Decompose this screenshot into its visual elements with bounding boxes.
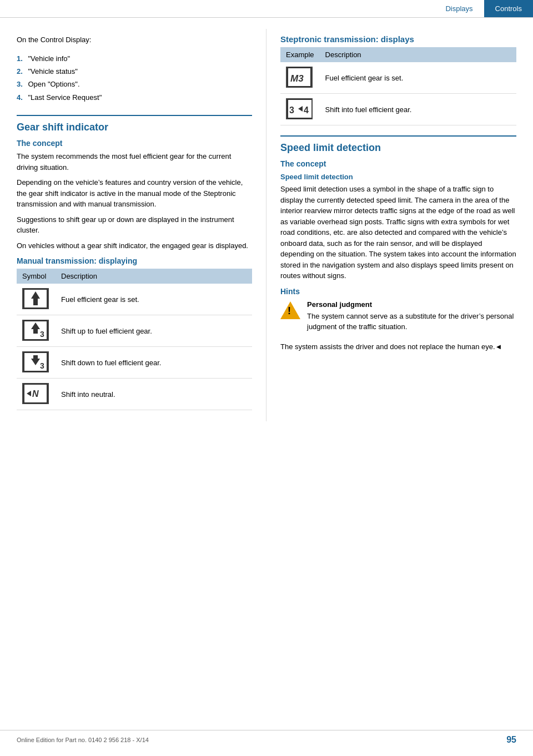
numbered-list: 1. "Vehicle info" 2. "Vehicle status" 3.…	[17, 52, 252, 104]
svg-rect-9	[33, 355, 38, 360]
gear-concept-p1: The system recommends the most fuel effi…	[17, 151, 252, 173]
svg-text:N: N	[32, 389, 39, 399]
col-description: Description	[56, 269, 252, 284]
right-column: Steptronic transmission: displays Exampl…	[266, 29, 533, 421]
symbol-cell: N	[17, 379, 56, 410]
speed-sub-label: Speed limit detection	[280, 173, 516, 181]
svg-text:4: 4	[304, 105, 309, 115]
main-content: On the Control Display: 1. "Vehicle info…	[0, 18, 533, 432]
desc-cell: Shift up to fuel efficient gear.	[56, 315, 252, 347]
symbol-cell	[17, 284, 56, 315]
steptronic-table: Example Description M3 Fuel efficient	[280, 47, 516, 125]
tab-controls[interactable]: Controls	[484, 0, 533, 17]
table-row: 3 Shift up to fuel efficient gear.	[17, 315, 252, 347]
list-text: "Last Service Request"	[28, 93, 102, 102]
neutral-icon: N	[22, 383, 49, 404]
table-row: N Shift into neutral.	[17, 379, 252, 410]
list-text: "Vehicle status"	[28, 67, 77, 75]
desc-cell: Shift down to fuel efficient gear.	[56, 347, 252, 379]
shift-up-icon: 3	[22, 320, 49, 341]
speed-para: Speed limit detection uses a symbol in t…	[280, 184, 516, 281]
list-item: 3. Open "Options".	[17, 78, 252, 90]
svg-text:3: 3	[40, 361, 44, 370]
fuel-set-icon	[22, 288, 49, 309]
page-number: 95	[506, 735, 516, 745]
steptronic-title: Steptronic transmission: displays	[280, 34, 516, 44]
svg-text:M3: M3	[290, 73, 304, 84]
speed-limit-title: Speed limit detection	[280, 135, 516, 154]
hints-label: Hints	[280, 287, 516, 296]
gear-concept-p4: On vehicles without a gear shift indicat…	[17, 240, 252, 251]
list-num: 4.	[17, 93, 23, 102]
table-row: 3 Shift down to fuel efficient gear.	[17, 347, 252, 379]
3to4-svg: 3 4	[287, 99, 311, 119]
col-desc: Description	[320, 47, 516, 62]
desc-cell: Fuel efficient gear is set.	[320, 62, 516, 94]
table-row: M3 Fuel efficient gear is set.	[280, 62, 516, 94]
header-tabs: Displays Controls	[0, 0, 533, 18]
list-num: 2.	[17, 67, 23, 75]
symbol-cell: 3	[17, 315, 56, 347]
gear-concept-label: The concept	[17, 139, 252, 148]
svg-rect-2	[33, 299, 38, 305]
list-item: 2. "Vehicle status"	[17, 65, 252, 78]
speed-concept-label: The concept	[280, 159, 516, 168]
desc-cell: Shift into fuel efficient gear.	[320, 94, 516, 125]
list-num: 1.	[17, 54, 23, 63]
list-text: Open "Options".	[28, 80, 79, 88]
shift-down-svg: 3	[23, 352, 48, 372]
hint-text: The system cannot serve as a substitute …	[307, 311, 516, 332]
footer-text: Online Edition for Part no. 0140 2 956 2…	[17, 737, 149, 743]
hint-box: Personal judgment The system cannot serv…	[280, 300, 516, 337]
manual-trans-table: Symbol Description	[17, 269, 252, 410]
system-assists-text: The system assists the driver and does n…	[280, 341, 516, 352]
3to4-icon: 3 4	[286, 98, 313, 119]
gear-concept-p2: Depending on the vehicle’s features and …	[17, 177, 252, 210]
manual-trans-title: Manual transmission: displaying	[17, 256, 252, 265]
shift-up-svg: 3	[23, 320, 48, 340]
page-footer: Online Edition for Part no. 0140 2 956 2…	[0, 730, 533, 745]
symbol-cell: M3	[280, 62, 320, 94]
m3-icon: M3	[286, 67, 313, 88]
neutral-svg: N	[23, 384, 48, 404]
warning-icon	[280, 301, 301, 319]
col-example: Example	[280, 47, 320, 62]
tab-displays[interactable]: Displays	[434, 1, 484, 16]
m3-svg: M3	[287, 67, 311, 87]
hint-text-col: Personal judgment The system cannot serv…	[307, 300, 516, 337]
warning-triangle-icon	[280, 301, 300, 319]
svg-text:3: 3	[289, 105, 294, 115]
list-item: 1. "Vehicle info"	[17, 52, 252, 65]
table-row: 3 4 Shift into fuel efficient gear.	[280, 94, 516, 125]
list-text: "Vehicle info"	[28, 54, 70, 63]
symbol-cell: 3	[17, 347, 56, 379]
shift-down-icon: 3	[22, 351, 49, 372]
left-column: On the Control Display: 1. "Vehicle info…	[0, 29, 266, 421]
desc-cell: Shift into neutral.	[56, 379, 252, 410]
table-row: Fuel efficient gear is set.	[17, 284, 252, 315]
col-symbol: Symbol	[17, 269, 56, 284]
list-item: 4. "Last Service Request"	[17, 91, 252, 104]
gear-shift-title: Gear shift indicator	[17, 115, 252, 133]
svg-rect-5	[33, 329, 38, 334]
symbol-cell: 3 4	[280, 94, 320, 125]
personal-judgment-label: Personal judgment	[307, 300, 516, 309]
desc-cell: Fuel efficient gear is set.	[56, 284, 252, 315]
intro-text: On the Control Display:	[17, 34, 252, 46]
gear-concept-p3: Suggestions to shift gear up or down are…	[17, 214, 252, 236]
list-num: 3.	[17, 80, 23, 88]
fuel-set-svg	[23, 289, 48, 309]
svg-text:3: 3	[40, 330, 44, 339]
